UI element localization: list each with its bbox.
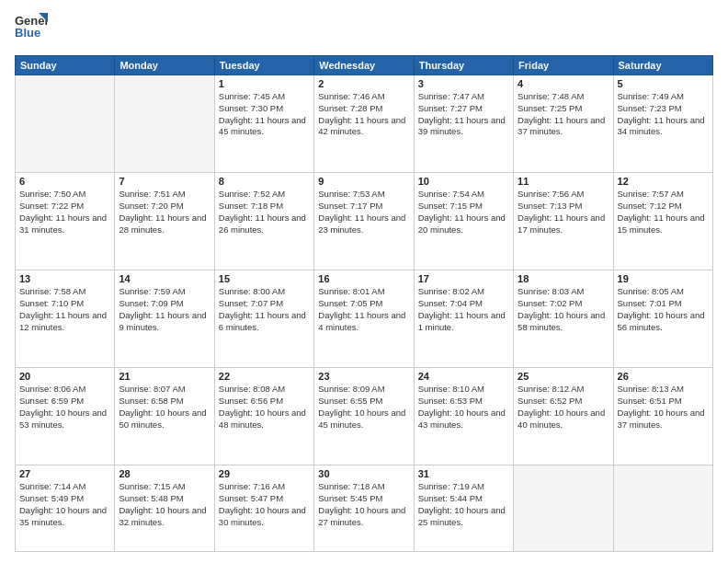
calendar-week-row: 20Sunrise: 8:06 AMSunset: 6:59 PMDayligh… — [16, 368, 713, 465]
day-number: 31 — [418, 468, 509, 479]
day-info: Sunrise: 7:57 AMSunset: 7:12 PMDaylight:… — [618, 189, 709, 236]
calendar-day-cell: 19Sunrise: 8:05 AMSunset: 7:01 PMDayligh… — [613, 270, 712, 368]
day-number: 22 — [219, 371, 310, 382]
day-number: 25 — [518, 371, 609, 382]
calendar-day-cell: 26Sunrise: 8:13 AMSunset: 6:51 PMDayligh… — [613, 368, 712, 465]
day-info: Sunrise: 8:05 AMSunset: 7:01 PMDaylight:… — [618, 286, 709, 333]
calendar-day-cell: 31Sunrise: 7:19 AMSunset: 5:44 PMDayligh… — [414, 465, 513, 552]
day-number: 8 — [219, 176, 310, 187]
day-number: 26 — [618, 371, 709, 382]
day-number: 6 — [19, 176, 110, 187]
day-info: Sunrise: 8:06 AMSunset: 6:59 PMDaylight:… — [19, 384, 110, 431]
day-info: Sunrise: 7:56 AMSunset: 7:13 PMDaylight:… — [518, 189, 609, 236]
weekday-header-cell: Friday — [514, 56, 613, 75]
calendar-week-row: 1Sunrise: 7:45 AMSunset: 7:30 PMDaylight… — [16, 75, 713, 173]
calendar-week-row: 27Sunrise: 7:14 AMSunset: 5:49 PMDayligh… — [16, 465, 713, 552]
calendar-day-cell: 23Sunrise: 8:09 AMSunset: 6:55 PMDayligh… — [314, 368, 414, 465]
day-info: Sunrise: 8:07 AMSunset: 6:58 PMDaylight:… — [119, 384, 210, 431]
day-info: Sunrise: 7:16 AMSunset: 5:47 PMDaylight:… — [219, 481, 310, 528]
day-info: Sunrise: 7:14 AMSunset: 5:49 PMDaylight:… — [19, 481, 110, 528]
day-number: 15 — [219, 273, 310, 284]
day-number: 3 — [418, 78, 509, 89]
day-number: 27 — [19, 468, 110, 479]
day-info: Sunrise: 8:09 AMSunset: 6:55 PMDaylight:… — [318, 384, 409, 431]
header: General Blue — [15, 11, 713, 48]
weekday-header-row: SundayMondayTuesdayWednesdayThursdayFrid… — [16, 56, 713, 75]
day-info: Sunrise: 8:02 AMSunset: 7:04 PMDaylight:… — [418, 286, 509, 333]
calendar-day-cell: 28Sunrise: 7:15 AMSunset: 5:48 PMDayligh… — [115, 465, 214, 552]
day-number: 1 — [219, 78, 310, 89]
calendar-day-cell: 18Sunrise: 8:03 AMSunset: 7:02 PMDayligh… — [514, 270, 613, 368]
logo: General Blue — [15, 11, 48, 48]
day-info: Sunrise: 7:49 AMSunset: 7:23 PMDaylight:… — [618, 91, 709, 138]
calendar-day-cell: 20Sunrise: 8:06 AMSunset: 6:59 PMDayligh… — [16, 368, 115, 465]
day-info: Sunrise: 8:00 AMSunset: 7:07 PMDaylight:… — [219, 286, 310, 333]
calendar-day-cell: 27Sunrise: 7:14 AMSunset: 5:49 PMDayligh… — [16, 465, 115, 552]
calendar-day-cell: 24Sunrise: 8:10 AMSunset: 6:53 PMDayligh… — [414, 368, 513, 465]
day-number: 10 — [418, 176, 509, 187]
day-info: Sunrise: 8:01 AMSunset: 7:05 PMDaylight:… — [318, 286, 409, 333]
weekday-header-cell: Tuesday — [214, 56, 313, 75]
calendar-day-cell: 5Sunrise: 7:49 AMSunset: 7:23 PMDaylight… — [613, 75, 712, 173]
day-number: 11 — [518, 176, 609, 187]
svg-text:Blue: Blue — [15, 26, 40, 40]
weekday-header-cell: Wednesday — [314, 56, 414, 75]
day-info: Sunrise: 7:45 AMSunset: 7:30 PMDaylight:… — [219, 91, 310, 138]
day-info: Sunrise: 8:10 AMSunset: 6:53 PMDaylight:… — [418, 384, 509, 431]
day-info: Sunrise: 7:51 AMSunset: 7:20 PMDaylight:… — [119, 189, 210, 236]
day-info: Sunrise: 7:19 AMSunset: 5:44 PMDaylight:… — [418, 481, 509, 528]
calendar-day-cell: 3Sunrise: 7:47 AMSunset: 7:27 PMDaylight… — [414, 75, 513, 173]
day-info: Sunrise: 7:54 AMSunset: 7:15 PMDaylight:… — [418, 189, 509, 236]
day-info: Sunrise: 8:03 AMSunset: 7:02 PMDaylight:… — [518, 286, 609, 333]
calendar-day-cell: 29Sunrise: 7:16 AMSunset: 5:47 PMDayligh… — [214, 465, 313, 552]
day-number: 9 — [318, 176, 409, 187]
calendar-table: SundayMondayTuesdayWednesdayThursdayFrid… — [15, 55, 713, 552]
calendar-day-cell: 7Sunrise: 7:51 AMSunset: 7:20 PMDaylight… — [115, 173, 214, 270]
day-number: 29 — [219, 468, 310, 479]
calendar-day-cell: 30Sunrise: 7:18 AMSunset: 5:45 PMDayligh… — [314, 465, 414, 552]
day-info: Sunrise: 7:52 AMSunset: 7:18 PMDaylight:… — [219, 189, 310, 236]
calendar-day-cell: 6Sunrise: 7:50 AMSunset: 7:22 PMDaylight… — [16, 173, 115, 270]
calendar-day-cell: 10Sunrise: 7:54 AMSunset: 7:15 PMDayligh… — [414, 173, 513, 270]
calendar-day-cell: 1Sunrise: 7:45 AMSunset: 7:30 PMDaylight… — [214, 75, 313, 173]
calendar-day-cell: 25Sunrise: 8:12 AMSunset: 6:52 PMDayligh… — [514, 368, 613, 465]
day-number: 21 — [119, 371, 210, 382]
day-number: 16 — [318, 273, 409, 284]
day-number: 20 — [19, 371, 110, 382]
calendar-day-cell: 13Sunrise: 7:58 AMSunset: 7:10 PMDayligh… — [16, 270, 115, 368]
day-info: Sunrise: 7:59 AMSunset: 7:09 PMDaylight:… — [119, 286, 210, 333]
weekday-header-cell: Sunday — [16, 56, 115, 75]
calendar-day-cell: 9Sunrise: 7:53 AMSunset: 7:17 PMDaylight… — [314, 173, 414, 270]
page: General Blue SundayMondayTuesdayWednesda… — [0, 0, 728, 563]
calendar-day-cell — [613, 465, 712, 552]
day-number: 2 — [318, 78, 409, 89]
day-number: 28 — [119, 468, 210, 479]
calendar-week-row: 6Sunrise: 7:50 AMSunset: 7:22 PMDaylight… — [16, 173, 713, 270]
day-number: 12 — [618, 176, 709, 187]
calendar-day-cell: 21Sunrise: 8:07 AMSunset: 6:58 PMDayligh… — [115, 368, 214, 465]
calendar-day-cell: 4Sunrise: 7:48 AMSunset: 7:25 PMDaylight… — [514, 75, 613, 173]
weekday-header-cell: Saturday — [613, 56, 712, 75]
day-number: 30 — [318, 468, 409, 479]
day-info: Sunrise: 7:18 AMSunset: 5:45 PMDaylight:… — [318, 481, 409, 528]
day-info: Sunrise: 7:53 AMSunset: 7:17 PMDaylight:… — [318, 189, 409, 236]
day-info: Sunrise: 8:08 AMSunset: 6:56 PMDaylight:… — [219, 384, 310, 431]
calendar-day-cell: 11Sunrise: 7:56 AMSunset: 7:13 PMDayligh… — [514, 173, 613, 270]
calendar-day-cell: 2Sunrise: 7:46 AMSunset: 7:28 PMDaylight… — [314, 75, 414, 173]
weekday-header-cell: Thursday — [414, 56, 513, 75]
calendar-day-cell: 15Sunrise: 8:00 AMSunset: 7:07 PMDayligh… — [214, 270, 313, 368]
day-number: 4 — [518, 78, 609, 89]
day-info: Sunrise: 8:13 AMSunset: 6:51 PMDaylight:… — [618, 384, 709, 431]
day-number: 23 — [318, 371, 409, 382]
calendar-day-cell — [16, 75, 115, 173]
day-number: 19 — [618, 273, 709, 284]
calendar-day-cell: 12Sunrise: 7:57 AMSunset: 7:12 PMDayligh… — [613, 173, 712, 270]
day-number: 7 — [119, 176, 210, 187]
calendar-day-cell — [514, 465, 613, 552]
day-info: Sunrise: 8:12 AMSunset: 6:52 PMDaylight:… — [518, 384, 609, 431]
day-info: Sunrise: 7:46 AMSunset: 7:28 PMDaylight:… — [318, 91, 409, 138]
day-info: Sunrise: 7:47 AMSunset: 7:27 PMDaylight:… — [418, 91, 509, 138]
calendar-day-cell: 14Sunrise: 7:59 AMSunset: 7:09 PMDayligh… — [115, 270, 214, 368]
weekday-header-cell: Monday — [115, 56, 214, 75]
day-number: 18 — [518, 273, 609, 284]
